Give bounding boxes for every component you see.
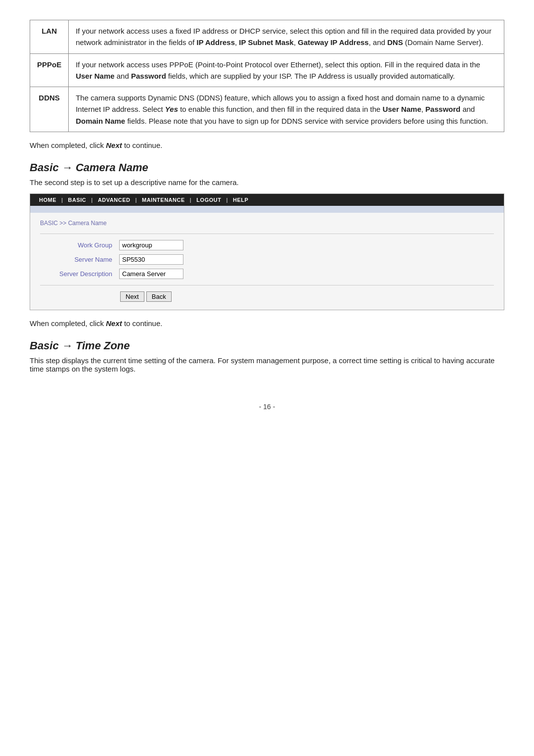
nav-home[interactable]: HOME [35, 197, 60, 203]
nav-maintenance[interactable]: MAINTENANCE [138, 197, 189, 203]
next-button[interactable]: Next [120, 291, 144, 302]
nav-sep2: | [90, 197, 94, 203]
nav-sep3: | [134, 197, 138, 203]
back-button[interactable]: Back [146, 291, 172, 302]
workgroup-label: Work Group [40, 241, 119, 249]
lan-label: LAN [30, 20, 69, 54]
form-divider-bottom [40, 285, 494, 285]
table-row-lan: LAN If your network access uses a fixed … [30, 20, 504, 54]
section2-body: This step displays the current time sett… [30, 356, 504, 373]
ddns-content: The camera supports Dynamic DNS (DDNS) f… [69, 87, 504, 132]
section1-title: Basic → Camera Name [30, 161, 504, 174]
server-name-row: Server Name [40, 254, 494, 265]
section1-subtitle: The second step is to set up a descripti… [30, 178, 504, 187]
panel-header [30, 206, 504, 213]
nav-advanced[interactable]: ADVANCED [94, 197, 134, 203]
breadcrumb: BASIC >> Camera Name [40, 220, 494, 227]
pppoe-content: If your network access uses PPPoE (Point… [69, 53, 504, 87]
server-desc-input[interactable] [119, 269, 183, 279]
table-row-ddns: DDNS The camera supports Dynamic DNS (DD… [30, 87, 504, 132]
nav-help[interactable]: HELP [229, 197, 252, 203]
btn-row: Next Back [120, 291, 494, 302]
nav-basic[interactable]: BASIC [64, 197, 90, 203]
workgroup-input[interactable] [119, 240, 183, 250]
nav-sep1: | [60, 197, 64, 203]
nav-sep4: | [189, 197, 193, 203]
nav-bar: HOME | BASIC | ADVANCED | MAINTENANCE | … [30, 194, 504, 206]
ddns-label: DDNS [30, 87, 69, 132]
completed-text-2: When completed, click Next to continue. [30, 319, 504, 328]
panel-body: BASIC >> Camera Name Work Group Server N… [30, 213, 504, 310]
server-name-input[interactable] [119, 254, 183, 265]
server-name-label: Server Name [40, 256, 119, 263]
workgroup-row: Work Group [40, 240, 494, 250]
server-desc-row: Server Description [40, 269, 494, 279]
page-number: - 16 - [30, 403, 504, 411]
form-divider-top [40, 234, 494, 234]
section2-title: Basic → Time Zone [30, 339, 504, 352]
camera-name-panel: HOME | BASIC | ADVANCED | MAINTENANCE | … [30, 193, 504, 310]
lan-content: If your network access uses a fixed IP a… [69, 20, 504, 54]
section2: Basic → Time Zone This step displays the… [30, 339, 504, 373]
completed-text-1: When completed, click Next to continue. [30, 141, 504, 149]
table-row-pppoe: PPPoE If your network access uses PPPoE … [30, 53, 504, 87]
server-desc-label: Server Description [40, 270, 119, 278]
nav-sep5: | [225, 197, 229, 203]
nav-logout[interactable]: LOGOUT [192, 197, 225, 203]
pppoe-label: PPPoE [30, 53, 69, 87]
info-table: LAN If your network access uses a fixed … [30, 20, 504, 132]
